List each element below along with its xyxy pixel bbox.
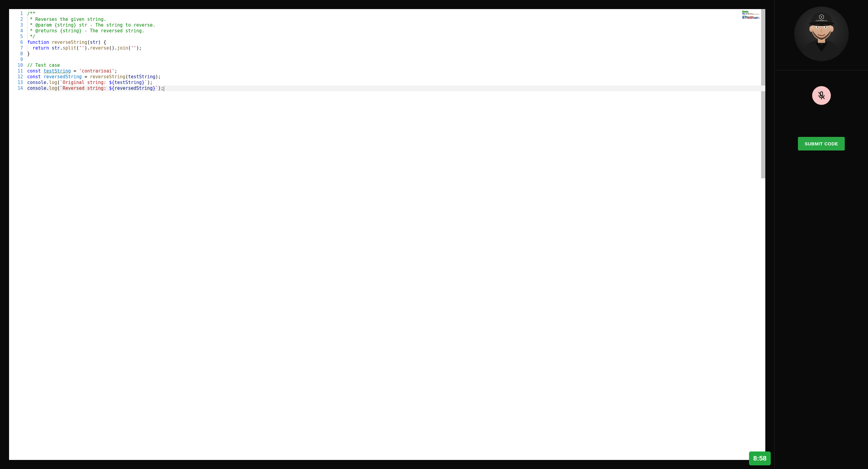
line-number: 14 — [9, 86, 23, 91]
svg-point-3 — [809, 26, 813, 32]
side-panel: CONTRARIO.AI — [774, 0, 868, 469]
code-line[interactable]: // Test case — [27, 63, 765, 68]
submit-code-label: SUBMIT CODE — [805, 141, 838, 146]
indent-guide — [27, 22, 28, 28]
code-line[interactable]: /** — [27, 11, 765, 17]
token-fn: reverse — [90, 45, 109, 51]
code-line[interactable]: * @param {string} str - The string to re… — [27, 22, 765, 28]
token-fn: split — [63, 45, 76, 51]
editor-pane: 1234567891011121314 /** * Reverses the g… — [0, 0, 774, 469]
token-plain: . — [46, 80, 49, 85]
token-plain — [27, 45, 33, 51]
mic-toggle-button[interactable] — [812, 86, 831, 105]
line-number: 13 — [9, 80, 23, 86]
token-tmpl: `Reversed string: — [60, 86, 109, 91]
token-fn: log — [49, 86, 57, 91]
line-number: 12 — [9, 74, 23, 80]
token-plain: ); — [158, 86, 164, 91]
indent-guide — [27, 45, 28, 51]
token-plain: = — [82, 74, 90, 80]
code-line[interactable]: */ — [27, 34, 765, 39]
code-line[interactable]: * @returns {string} - The reversed strin… — [27, 28, 765, 34]
token-plain: ) { — [98, 39, 106, 45]
token-plain: } — [27, 51, 30, 57]
code-line[interactable] — [27, 57, 765, 63]
line-number: 6 — [9, 39, 23, 45]
code-line[interactable]: console.log(`Reversed string: ${reversed… — [27, 86, 765, 91]
line-number: 2 — [9, 17, 23, 22]
token-keyword: ${ — [109, 86, 115, 91]
code-line[interactable]: console.log(`Original string: ${testStri… — [27, 80, 765, 86]
token-plain — [49, 39, 52, 45]
token-varref: testString — [115, 80, 142, 85]
code-line[interactable]: } — [27, 51, 765, 57]
token-plain: ( — [76, 45, 79, 51]
code-line[interactable]: * Reverses the given string. — [27, 17, 765, 22]
code-line[interactable]: const testString = 'contrarioai'; — [27, 68, 765, 74]
token-varref: console — [27, 86, 46, 91]
code-line[interactable]: return str.split('').reverse().join(''); — [27, 45, 765, 51]
token-plain: = — [71, 68, 79, 74]
line-number: 4 — [9, 28, 23, 34]
token-comment: * @param {string} str - The string to re… — [27, 22, 155, 28]
avatar-cap-label: CONTRARIO.AI — [816, 20, 827, 22]
timer-badge: 8:58 — [749, 451, 771, 465]
code-area[interactable]: /** * Reverses the given string. * @para… — [27, 9, 765, 460]
token-plain: ( — [125, 74, 128, 80]
app-root: 1234567891011121314 /** * Reverses the g… — [0, 0, 868, 469]
submit-code-button[interactable]: SUBMIT CODE — [798, 137, 845, 150]
token-plain: . — [46, 86, 49, 91]
line-number: 3 — [9, 22, 23, 28]
token-comment: * Reverses the given string. — [27, 17, 106, 22]
token-plain: ); — [136, 45, 142, 51]
token-comment: * @returns {string} - The reversed strin… — [27, 28, 144, 33]
svg-point-13 — [825, 27, 826, 28]
svg-point-4 — [830, 26, 834, 32]
token-fn: reverseString — [90, 74, 125, 80]
token-varref: console — [27, 80, 46, 85]
line-number: 7 — [9, 45, 23, 51]
svg-point-7 — [821, 16, 822, 18]
token-string: '' — [79, 45, 85, 51]
indent-guide — [27, 17, 28, 22]
line-number-gutter: 1234567891011121314 — [9, 9, 27, 460]
token-varref: reversedString — [115, 86, 153, 91]
token-string: '' — [131, 45, 136, 51]
mic-muted-icon — [817, 91, 826, 100]
text-cursor — [164, 86, 164, 91]
token-keyword: return — [33, 45, 49, 51]
line-number: 11 — [9, 68, 23, 74]
token-fn: log — [49, 80, 57, 85]
svg-point-5 — [809, 21, 834, 26]
line-number: 10 — [9, 63, 23, 68]
code-line[interactable]: const reversedString = reverseString(tes… — [27, 74, 765, 80]
token-varref: str — [52, 45, 60, 51]
indent-guide — [27, 34, 28, 39]
token-string: 'contrarioai' — [79, 68, 115, 74]
token-var: testString — [43, 68, 71, 74]
token-plain: (). — [109, 45, 117, 51]
token-plain: ); — [155, 74, 161, 80]
avatar-svg: CONTRARIO.AI — [794, 7, 849, 61]
avatar-section: CONTRARIO.AI — [775, 7, 868, 70]
interviewer-avatar: CONTRARIO.AI — [794, 7, 849, 61]
token-plain — [49, 45, 52, 51]
timer-value: 8:58 — [753, 455, 767, 462]
token-fn: join — [117, 45, 128, 51]
indent-guide — [27, 28, 28, 34]
token-comment: // Test case — [27, 63, 60, 68]
token-plain — [41, 74, 43, 80]
line-number: 1 — [9, 11, 23, 17]
code-line[interactable]: function reverseString(str) { — [27, 39, 765, 45]
token-varref: testString — [128, 74, 155, 80]
svg-point-12 — [817, 27, 818, 28]
token-keyword: ${ — [109, 80, 115, 85]
token-plain: ); — [147, 80, 153, 85]
token-keyword: } — [142, 80, 144, 85]
code-editor[interactable]: 1234567891011121314 /** * Reverses the g… — [9, 9, 765, 460]
line-number: 8 — [9, 51, 23, 57]
token-tmpl: `Original string: — [60, 80, 109, 85]
token-param: str — [90, 39, 98, 45]
line-number: 9 — [9, 57, 23, 63]
token-plain: ). — [85, 45, 90, 51]
